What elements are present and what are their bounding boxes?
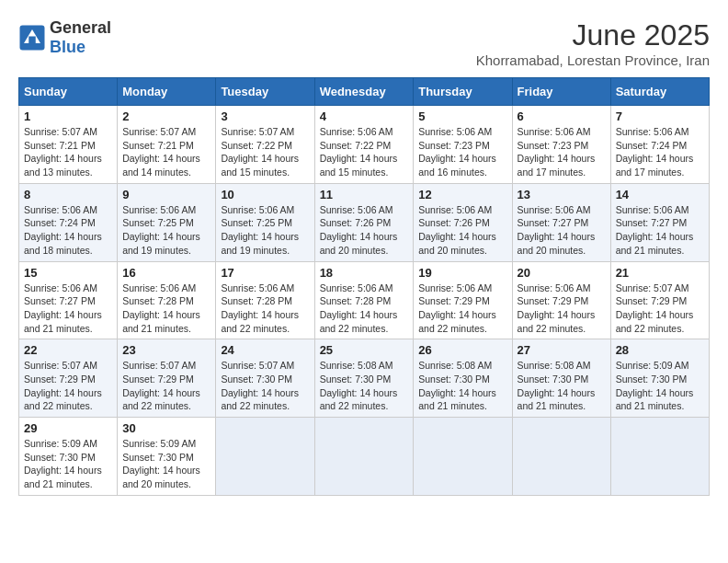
day-cell: 18 Sunrise: 5:06 AMSunset: 7:28 PMDaylig… bbox=[314, 261, 414, 339]
empty-cell bbox=[314, 418, 414, 496]
svg-rect-2 bbox=[28, 37, 36, 45]
page-header: General Blue June 2025 Khorramabad, Lore… bbox=[18, 18, 710, 68]
title-block: June 2025 Khorramabad, Lorestan Province… bbox=[476, 18, 710, 68]
day-cell: 2 Sunrise: 5:07 AMSunset: 7:21 PMDayligh… bbox=[118, 106, 216, 184]
day-cell: 12 Sunrise: 5:06 AMSunset: 7:26 PMDaylig… bbox=[414, 183, 512, 261]
day-cell: 5 Sunrise: 5:06 AMSunset: 7:23 PMDayligh… bbox=[414, 106, 512, 184]
location: Khorramabad, Lorestan Province, Iran bbox=[476, 52, 710, 68]
empty-cell bbox=[414, 418, 512, 496]
calendar-header-row: Sunday Monday Tuesday Wednesday Thursday… bbox=[19, 78, 710, 106]
day-cell: 8 Sunrise: 5:06 AMSunset: 7:24 PMDayligh… bbox=[19, 183, 118, 261]
day-cell: 3 Sunrise: 5:07 AMSunset: 7:22 PMDayligh… bbox=[216, 106, 314, 184]
day-cell: 24 Sunrise: 5:07 AMSunset: 7:30 PMDaylig… bbox=[216, 339, 314, 418]
day-cell: 11 Sunrise: 5:06 AMSunset: 7:26 PMDaylig… bbox=[314, 183, 414, 261]
day-cell: 28 Sunrise: 5:09 AMSunset: 7:30 PMDaylig… bbox=[610, 339, 709, 418]
day-cell: 19 Sunrise: 5:06 AMSunset: 7:29 PMDaylig… bbox=[414, 261, 512, 339]
day-cell: 30 Sunrise: 5:09 AMSunset: 7:30 PMDaylig… bbox=[118, 418, 216, 496]
empty-cell bbox=[216, 418, 314, 496]
header-monday: Monday bbox=[118, 78, 216, 106]
day-cell: 23 Sunrise: 5:07 AMSunset: 7:29 PMDaylig… bbox=[118, 339, 216, 418]
logo-text: General Blue bbox=[50, 18, 111, 57]
empty-cell bbox=[512, 418, 610, 496]
header-sunday: Sunday bbox=[19, 78, 118, 106]
day-cell: 4 Sunrise: 5:06 AMSunset: 7:22 PMDayligh… bbox=[314, 106, 414, 184]
header-friday: Friday bbox=[512, 78, 610, 106]
day-cell: 22 Sunrise: 5:07 AMSunset: 7:29 PMDaylig… bbox=[19, 339, 118, 418]
week-row-2: 8 Sunrise: 5:06 AMSunset: 7:24 PMDayligh… bbox=[19, 183, 710, 261]
logo-general: General bbox=[50, 18, 111, 37]
day-cell: 13 Sunrise: 5:06 AMSunset: 7:27 PMDaylig… bbox=[512, 183, 610, 261]
calendar-table: Sunday Monday Tuesday Wednesday Thursday… bbox=[18, 77, 710, 496]
day-cell: 6 Sunrise: 5:06 AMSunset: 7:23 PMDayligh… bbox=[512, 106, 610, 184]
logo: General Blue bbox=[18, 18, 111, 57]
header-wednesday: Wednesday bbox=[314, 78, 414, 106]
day-cell: 1 Sunrise: 5:07 AMSunset: 7:21 PMDayligh… bbox=[19, 106, 118, 184]
day-cell: 14 Sunrise: 5:06 AMSunset: 7:27 PMDaylig… bbox=[610, 183, 709, 261]
day-cell: 17 Sunrise: 5:06 AMSunset: 7:28 PMDaylig… bbox=[216, 261, 314, 339]
month-year: June 2025 bbox=[476, 18, 710, 52]
day-cell: 10 Sunrise: 5:06 AMSunset: 7:25 PMDaylig… bbox=[216, 183, 314, 261]
day-cell: 29 Sunrise: 5:09 AMSunset: 7:30 PMDaylig… bbox=[19, 418, 118, 496]
week-row-4: 22 Sunrise: 5:07 AMSunset: 7:29 PMDaylig… bbox=[19, 339, 710, 418]
day-cell: 25 Sunrise: 5:08 AMSunset: 7:30 PMDaylig… bbox=[314, 339, 414, 418]
header-tuesday: Tuesday bbox=[216, 78, 314, 106]
day-cell: 27 Sunrise: 5:08 AMSunset: 7:30 PMDaylig… bbox=[512, 339, 610, 418]
week-row-1: 1 Sunrise: 5:07 AMSunset: 7:21 PMDayligh… bbox=[19, 106, 710, 184]
day-cell: 26 Sunrise: 5:08 AMSunset: 7:30 PMDaylig… bbox=[414, 339, 512, 418]
empty-cell bbox=[610, 418, 709, 496]
day-cell: 15 Sunrise: 5:06 AMSunset: 7:27 PMDaylig… bbox=[19, 261, 118, 339]
week-row-5: 29 Sunrise: 5:09 AMSunset: 7:30 PMDaylig… bbox=[19, 418, 710, 496]
logo-blue: Blue bbox=[50, 38, 85, 56]
day-cell: 21 Sunrise: 5:07 AMSunset: 7:29 PMDaylig… bbox=[610, 261, 709, 339]
week-row-3: 15 Sunrise: 5:06 AMSunset: 7:27 PMDaylig… bbox=[19, 261, 710, 339]
logo-icon bbox=[18, 24, 46, 52]
day-cell: 9 Sunrise: 5:06 AMSunset: 7:25 PMDayligh… bbox=[118, 183, 216, 261]
day-cell: 7 Sunrise: 5:06 AMSunset: 7:24 PMDayligh… bbox=[610, 106, 709, 184]
header-thursday: Thursday bbox=[414, 78, 512, 106]
header-saturday: Saturday bbox=[610, 78, 709, 106]
day-cell: 16 Sunrise: 5:06 AMSunset: 7:28 PMDaylig… bbox=[118, 261, 216, 339]
day-cell: 20 Sunrise: 5:06 AMSunset: 7:29 PMDaylig… bbox=[512, 261, 610, 339]
